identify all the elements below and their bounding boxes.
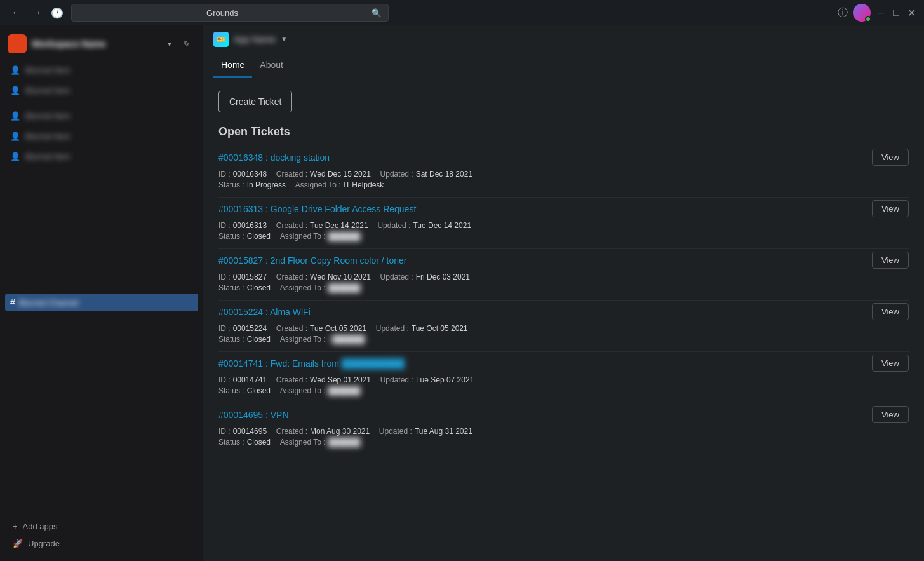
back-button[interactable]: ← <box>8 4 25 22</box>
avatar[interactable] <box>853 4 871 22</box>
id-label: ID : <box>218 324 231 333</box>
ticket-header: #00015224 : Alma WiFi View <box>218 303 909 320</box>
status-label: Status : <box>218 335 244 344</box>
assigned-label: Assigned To : <box>280 335 326 344</box>
ticket-id-value: 00015224 <box>233 324 267 333</box>
created-label: Created : <box>276 375 307 384</box>
forward-button[interactable]: → <box>28 4 46 22</box>
sidebar-item-4[interactable]: 👤 Blurred Item <box>5 126 198 146</box>
ticket-header: #00016348 : docking station View <box>218 149 909 166</box>
item-label-4: Blurred Item <box>25 132 193 141</box>
ticket-item: #00014695 : VPN View ID : 00014695 Creat… <box>218 406 909 454</box>
search-icon: 🔍 <box>372 8 382 18</box>
ticket-item: #00015827 : 2nd Floor Copy Room color / … <box>218 252 909 301</box>
channel-hash-icon: # <box>10 297 15 308</box>
ticket-header: #00014741 : Fwd: Emails from ██████████ … <box>218 355 909 372</box>
history-button[interactable]: 🕐 <box>48 4 66 22</box>
item-label-1: Blurred Item <box>25 65 193 75</box>
ticket-status: Status : Closed Assigned To : / ██████ <box>218 335 909 344</box>
view-button[interactable]: View <box>872 355 909 372</box>
create-ticket-button[interactable]: Create Ticket <box>218 91 292 112</box>
item-icon-1: 👤 <box>10 65 20 75</box>
ticket-title-link[interactable]: #00014695 : VPN <box>218 410 289 420</box>
created-label: Created : <box>276 427 307 436</box>
ticket-title-link[interactable]: #00015224 : Alma WiFi <box>218 307 311 317</box>
sidebar-item-5[interactable]: 👤 Blurred Item <box>5 146 198 166</box>
item-icon-2: 👤 <box>10 86 20 95</box>
id-label: ID : <box>218 427 231 436</box>
view-button[interactable]: View <box>872 149 909 166</box>
updated-value: Tue Oct 05 2021 <box>412 324 468 333</box>
assigned-value-blurred: ██████ <box>328 232 361 241</box>
created-label: Created : <box>276 273 307 281</box>
updated-label: Updated : <box>376 324 409 333</box>
updated-label: Updated : <box>380 375 413 384</box>
ticket-meta: ID : 00014741 Created : Wed Sep 01 2021 … <box>218 375 909 384</box>
sidebar-header: Workspace Name ▼ ✎ <box>0 30 203 57</box>
view-button[interactable]: View <box>872 406 909 423</box>
minimize-button[interactable]: – <box>876 8 886 18</box>
updated-label: Updated : <box>377 221 410 230</box>
ticket-status: Status : Closed Assigned To : ██████ <box>218 386 909 395</box>
ticket-id-value: 00015827 <box>233 273 267 281</box>
updated-label: Updated : <box>380 170 413 179</box>
ticket-id-value: 00014695 <box>233 427 267 436</box>
titlebar-right: ⓘ – □ ✕ <box>838 4 916 22</box>
view-button[interactable]: View <box>872 252 909 269</box>
compose-button[interactable]: ✎ <box>178 35 196 53</box>
workspace-title: Workspace Name <box>32 39 161 49</box>
maximize-button[interactable]: □ <box>891 8 901 18</box>
channel-name-active: Blurred Channel <box>19 298 193 308</box>
view-button[interactable]: View <box>872 303 909 320</box>
ticket-item: #00015224 : Alma WiFi View ID : 00015224… <box>218 303 909 352</box>
nav-buttons: ← → 🕐 <box>8 4 66 22</box>
ticket-title-link[interactable]: #00016313 : Google Drive Folder Access R… <box>218 204 416 214</box>
workspace-caret-icon: ▼ <box>166 41 173 48</box>
sidebar: Workspace Name ▼ ✎ 👤 Blurred Item 👤 Blur… <box>0 25 203 561</box>
created-value: Tue Dec 14 2021 <box>310 221 368 230</box>
tab-home[interactable]: Home <box>213 53 252 78</box>
ticket-title-link[interactable]: #00014741 : Fwd: Emails from ██████████ <box>218 358 405 368</box>
ticket-title-link[interactable]: #00015827 : 2nd Floor Copy Room color / … <box>218 255 407 266</box>
ticket-status: Status : In Progress Assigned To : IT He… <box>218 180 909 189</box>
item-icon-3: 👤 <box>10 111 20 121</box>
sidebar-item-1[interactable]: 👤 Blurred Item <box>5 60 198 80</box>
status-value: Closed <box>247 283 271 292</box>
updated-value: Tue Aug 31 2021 <box>415 427 472 436</box>
search-bar[interactable]: Grounds 🔍 <box>71 4 389 22</box>
sidebar-item-2[interactable]: 👤 Blurred Item <box>5 80 198 100</box>
updated-value: Sat Dec 18 2021 <box>416 170 472 179</box>
assigned-label: Assigned To : <box>280 386 326 395</box>
updated-value: Tue Dec 14 2021 <box>413 221 471 230</box>
channel-item-active[interactable]: # Blurred Channel <box>5 294 198 311</box>
upgrade-button[interactable]: 🚀 Upgrade <box>8 536 196 551</box>
id-label: ID : <box>218 170 231 179</box>
ticket-meta: ID : 00015224 Created : Tue Oct 05 2021 … <box>218 324 909 333</box>
ticket-id-value: 00014741 <box>233 375 267 384</box>
ticket-status: Status : Closed Assigned To : ██████ <box>218 438 909 447</box>
ticket-status: Status : Closed Assigned To : ██████ <box>218 232 909 241</box>
help-button[interactable]: ⓘ <box>838 8 848 18</box>
ticket-title-link[interactable]: #00016348 : docking station <box>218 152 330 163</box>
assigned-value-blurred: / ██████ <box>328 335 365 344</box>
id-label: ID : <box>218 221 231 230</box>
plus-icon: + <box>13 522 18 531</box>
sidebar-item-3[interactable]: 👤 Blurred Item <box>5 105 198 126</box>
add-apps-button[interactable]: + Add apps <box>8 519 196 534</box>
tab-about[interactable]: About <box>252 53 291 78</box>
close-button[interactable]: ✕ <box>906 8 916 18</box>
rocket-icon: 🚀 <box>13 539 23 548</box>
created-value: Wed Nov 10 2021 <box>310 273 371 281</box>
status-value: Closed <box>247 232 271 241</box>
created-label: Created : <box>276 324 307 333</box>
app-header: 🎫 App Name ▼ <box>203 25 924 53</box>
ticket-item: #00016313 : Google Drive Folder Access R… <box>218 200 909 249</box>
ticket-meta: ID : 00016313 Created : Tue Dec 14 2021 … <box>218 221 909 230</box>
assigned-value-blurred: ██████ <box>328 438 361 447</box>
ticket-title-blurred: ██████████ <box>342 358 405 368</box>
status-label: Status : <box>218 386 244 395</box>
ticket-meta: ID : 00014695 Created : Mon Aug 30 2021 … <box>218 427 909 436</box>
created-label: Created : <box>276 221 307 230</box>
app-name-label: App Name <box>234 34 276 44</box>
view-button[interactable]: View <box>872 200 909 217</box>
